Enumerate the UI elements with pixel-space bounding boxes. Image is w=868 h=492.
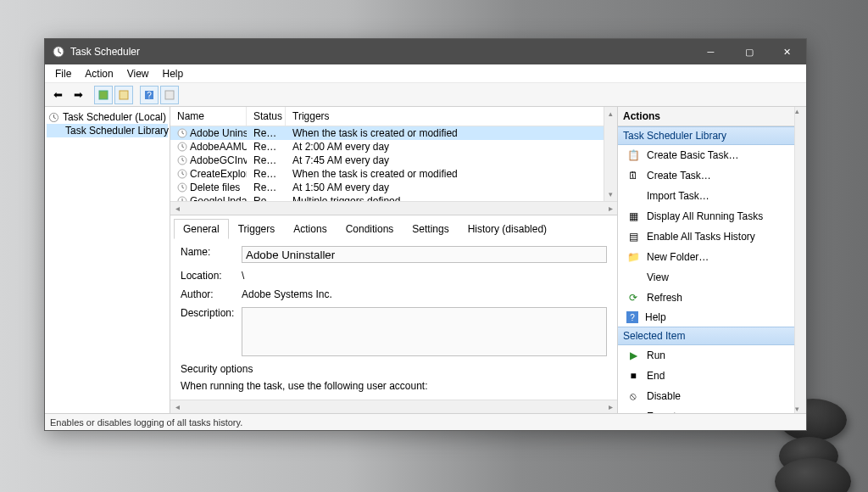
tab-conditions[interactable]: Conditions [337, 219, 403, 239]
action-display-running[interactable]: ▦Display All Running Tasks [618, 206, 806, 226]
location-label: Location: [181, 270, 242, 282]
task-status: Ready [247, 182, 286, 193]
toolbar-button-3[interactable] [160, 86, 179, 104]
export-icon [626, 410, 640, 413]
task-list: Name Status Triggers Adobe Unins…ReadyWh… [170, 107, 617, 215]
task-row[interactable]: CreateExplor…ReadyWhen the task is creat… [170, 167, 617, 181]
tab-settings[interactable]: Settings [403, 219, 458, 239]
action-create-basic-task[interactable]: 📋Create Basic Task… [618, 145, 806, 165]
general-panel: Name: Location: \ Author: Adobe Systems … [170, 239, 617, 400]
details-pane: General Triggers Actions Conditions Sett… [170, 215, 617, 413]
clock-icon [48, 111, 59, 123]
scroll-up-icon[interactable]: ▴ [795, 107, 806, 115]
menu-action[interactable]: Action [78, 66, 120, 81]
task-hscroll[interactable]: ◂ ▸ [170, 201, 617, 215]
wizard-icon: 📋 [626, 148, 640, 162]
security-line: When running the task, use the following… [181, 380, 607, 392]
clock-icon [177, 155, 187, 165]
svg-text:?: ? [147, 91, 152, 100]
clock-icon [177, 169, 187, 179]
scroll-right-icon[interactable]: ▸ [604, 204, 617, 213]
toolbar-button-2[interactable] [114, 86, 133, 104]
task-name: Delete files [190, 182, 240, 193]
action-help[interactable]: ?Help [618, 308, 806, 327]
action-new-folder[interactable]: 📁New Folder… [618, 247, 806, 267]
window-title: Task Scheduler [70, 46, 692, 58]
scroll-down-icon[interactable]: ▾ [604, 187, 617, 201]
scroll-up-icon[interactable]: ▴ [604, 107, 617, 120]
titlebar[interactable]: Task Scheduler ─ ▢ ✕ [45, 39, 806, 64]
help-toolbar-button[interactable]: ? [140, 86, 159, 104]
task-vscroll[interactable]: ▴ ▾ [604, 107, 617, 201]
history-icon: ▤ [626, 230, 640, 243]
tab-triggers[interactable]: Triggers [229, 219, 285, 239]
task-rows: Adobe Unins…ReadyWhen the task is create… [170, 126, 617, 201]
clock-icon [177, 128, 187, 138]
col-triggers[interactable]: Triggers [286, 107, 617, 126]
task-trigger: Multiple triggers defined [286, 195, 617, 201]
action-import-task[interactable]: Import Task… [618, 186, 806, 206]
scroll-left-icon[interactable]: ◂ [170, 204, 184, 213]
action-create-task[interactable]: 🗓Create Task… [618, 165, 806, 186]
toolbar-button-1[interactable] [94, 86, 113, 104]
actions-group-selected[interactable]: Selected Item ▴ [618, 327, 806, 345]
menu-file[interactable]: File [48, 66, 78, 81]
menu-view[interactable]: View [120, 66, 156, 81]
tree-root[interactable]: Task Scheduler (Local) [47, 110, 168, 124]
maximize-button[interactable]: ▢ [730, 39, 768, 64]
author-label: Author: [181, 288, 242, 300]
action-refresh[interactable]: ⟳Refresh [618, 288, 806, 308]
action-run[interactable]: ▶Run [618, 345, 806, 366]
col-status[interactable]: Status [247, 107, 286, 126]
tree-root-label: Task Scheduler (Local) [63, 111, 166, 123]
scroll-left-icon[interactable]: ◂ [170, 402, 184, 411]
action-export[interactable]: Export… [618, 406, 806, 413]
task-row[interactable]: Delete filesReadyAt 1:50 AM every day [170, 181, 617, 194]
actions-inner: Task Scheduler Library ▴ 📋Create Basic T… [618, 126, 806, 413]
task-row[interactable]: Adobe Unins…ReadyWhen the task is create… [170, 126, 617, 140]
folder-icon: 📁 [626, 250, 640, 264]
details-tabs: General Triggers Actions Conditions Sett… [170, 215, 617, 239]
task-row[interactable]: AdobeAAMU…ReadyAt 2:00 AM every day [170, 140, 617, 154]
clock-icon [177, 142, 187, 152]
task-trigger: At 1:50 AM every day [286, 182, 617, 193]
back-button[interactable]: ⬅ [48, 86, 67, 104]
actions-title: Actions [618, 107, 806, 126]
close-button[interactable]: ✕ [768, 39, 806, 64]
minimize-button[interactable]: ─ [692, 39, 730, 64]
task-trigger: When the task is created or modified [286, 127, 617, 139]
actions-pane: Actions Task Scheduler Library ▴ 📋Create… [618, 107, 806, 413]
task-icon: 🗓 [626, 169, 640, 182]
help-icon: ? [626, 311, 638, 323]
task-name: CreateExplor… [190, 168, 247, 180]
refresh-icon: ⟳ [626, 291, 640, 305]
actions-group-library[interactable]: Task Scheduler Library ▴ [618, 126, 806, 145]
description-field[interactable] [242, 307, 607, 356]
security-header: Security options [181, 363, 607, 375]
details-hscroll[interactable]: ◂ ▸ [170, 400, 617, 413]
disable-icon: ⦸ [626, 389, 640, 403]
tab-general[interactable]: General [174, 219, 229, 239]
scroll-down-icon[interactable]: ▾ [795, 405, 806, 413]
scroll-right-icon[interactable]: ▸ [604, 402, 617, 411]
stop-icon: ■ [626, 369, 640, 383]
tree-library[interactable]: Task Scheduler Library [47, 124, 168, 137]
menu-help[interactable]: Help [156, 66, 191, 81]
svg-rect-1 [99, 91, 108, 99]
app-icon [52, 45, 65, 59]
actions-vscroll[interactable]: ▴ ▾ [794, 107, 806, 413]
action-end[interactable]: ■End [618, 366, 806, 386]
name-field[interactable] [242, 246, 607, 263]
task-row[interactable]: GoogleUpda…ReadyMultiple triggers define… [170, 194, 617, 201]
forward-button[interactable]: ➡ [69, 86, 87, 104]
clock-icon [177, 182, 187, 193]
action-disable[interactable]: ⦸Disable [618, 386, 806, 406]
action-view[interactable]: View▸ [618, 267, 806, 288]
svg-rect-5 [165, 91, 174, 99]
tab-actions[interactable]: Actions [284, 219, 336, 239]
tree-library-label: Task Scheduler Library [65, 125, 169, 137]
tab-history[interactable]: History (disabled) [459, 219, 556, 239]
action-enable-history[interactable]: ▤Enable All Tasks History [618, 226, 806, 247]
col-name[interactable]: Name [170, 107, 247, 126]
task-row[interactable]: AdobeGCInv…ReadyAt 7:45 AM every day [170, 154, 617, 167]
